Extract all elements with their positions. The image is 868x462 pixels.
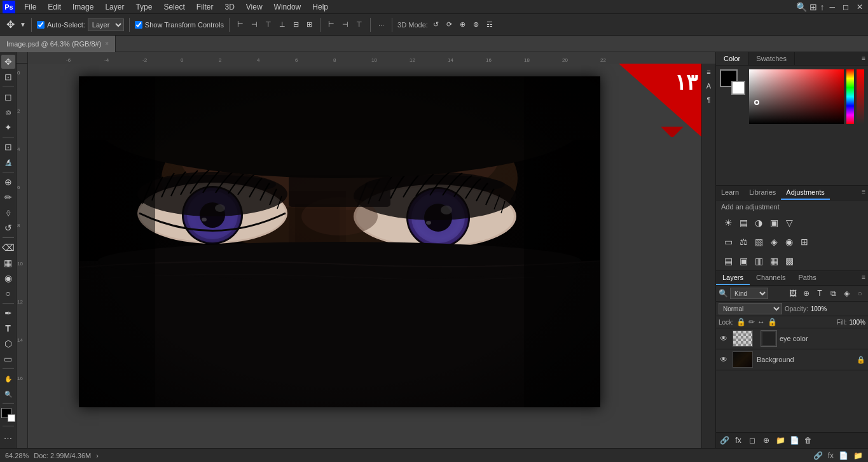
menu-view[interactable]: View (241, 1, 268, 13)
layers-filter-toggle[interactable]: ○ (854, 288, 865, 299)
text-panel-toggle[interactable]: A (703, 80, 715, 92)
align-right-btn[interactable]: ⊤ (263, 19, 274, 30)
folder-icon[interactable]: 📁 (853, 451, 863, 460)
align-bottom-btn[interactable]: ⊞ (304, 19, 315, 30)
rectangular-marquee-tool[interactable]: ◻ (1, 90, 15, 104)
layers-filter-adj-btn[interactable]: ⊕ (801, 288, 812, 299)
dodge-tool[interactable]: ○ (1, 286, 15, 300)
paragraph-panel-toggle[interactable]: ¶ (703, 94, 715, 106)
more-tools-btn[interactable]: … (1, 429, 15, 443)
color-tab[interactable]: Color (716, 52, 748, 65)
libraries-tab[interactable]: Libraries (744, 186, 781, 200)
3d-pan-btn[interactable]: ⊕ (457, 19, 468, 30)
colorbalance-adj-btn[interactable]: ⚖ (736, 235, 750, 249)
zoom-tool[interactable]: 🔍 (1, 387, 15, 401)
layers-filter-smart-btn[interactable]: ◈ (841, 288, 852, 299)
workspace-icon[interactable]: ⊞ (809, 2, 817, 12)
gradientmap-adj-btn[interactable]: ▦ (767, 254, 781, 268)
color-gradient-picker[interactable] (749, 69, 844, 124)
menu-image[interactable]: Image (67, 1, 99, 13)
history-brush-tool[interactable]: ↺ (1, 221, 15, 235)
color-picker-area[interactable] (1, 408, 15, 422)
layers-panel-toggle[interactable]: ≡ (703, 66, 715, 78)
extra-options-btn[interactable]: ··· (376, 20, 387, 30)
swatches-tab[interactable]: Swatches (748, 52, 795, 65)
channelmix-adj-btn[interactable]: ◉ (782, 235, 796, 249)
menu-help[interactable]: Help (307, 1, 333, 13)
layers-kind-select[interactable]: Kind (730, 288, 768, 299)
share-icon[interactable]: ↑ (820, 2, 824, 12)
link-layers-btn[interactable]: 🔗 (719, 435, 730, 446)
layer-eye-color[interactable]: 👁 eye color (716, 328, 868, 349)
exposure-adj-btn[interactable]: ▣ (767, 216, 781, 230)
3d-slide-btn[interactable]: ⊗ (471, 19, 481, 30)
distribute-more-btn[interactable]: ⊤ (354, 19, 365, 30)
blend-mode-select[interactable]: Normal (719, 303, 782, 314)
lock-image-btn[interactable]: ✏ (748, 318, 755, 326)
align-center-btn[interactable]: ⊣ (249, 19, 260, 30)
lasso-tool[interactable]: ⌾ (1, 105, 15, 119)
lock-all-btn[interactable]: 🔒 (768, 318, 777, 326)
levels-adj-btn[interactable]: ▤ (736, 216, 750, 230)
layer-eye-color-visibility[interactable]: 👁 (719, 333, 729, 344)
align-top-btn[interactable]: ⊥ (277, 19, 288, 30)
blur-tool[interactable]: ◉ (1, 271, 15, 285)
move-tool-dropdown[interactable]: ▼ (20, 21, 26, 28)
background-color[interactable] (8, 414, 15, 422)
auto-select-dropdown[interactable]: Layer Group (88, 18, 124, 31)
paths-tab[interactable]: Paths (792, 271, 823, 285)
hand-tool[interactable]: ✋ (1, 372, 15, 386)
new-doc-icon[interactable]: 📄 (839, 451, 848, 460)
brightness-adj-btn[interactable]: ☀ (721, 216, 735, 230)
colorlookup-adj-btn[interactable]: ⊞ (797, 235, 811, 249)
selectivecolor-adj-btn[interactable]: ▩ (782, 254, 796, 268)
type-tool[interactable]: T (1, 321, 15, 335)
layers-filter-type-btn[interactable]: T (814, 288, 825, 299)
object-select-tool[interactable]: ✦ (1, 120, 15, 134)
bw-adj-btn[interactable]: ▧ (752, 235, 766, 249)
opacity-slider[interactable] (857, 69, 864, 124)
lock-transparency-btn[interactable]: 🔒 (736, 318, 746, 326)
brush-tool[interactable]: ✏ (1, 190, 15, 204)
eyedropper-tool[interactable]: 🔬 (1, 155, 15, 169)
show-transform-checkbox[interactable] (135, 21, 142, 29)
hsl-adj-btn[interactable]: ▭ (721, 235, 735, 249)
adjustments-tab[interactable]: Adjustments (781, 186, 830, 200)
gradient-tool[interactable]: ▦ (1, 256, 15, 270)
color-panel-menu[interactable]: ≡ (859, 52, 868, 65)
layers-filter-shape-btn[interactable]: ⧉ (827, 288, 839, 299)
status-arrow[interactable]: › (96, 452, 99, 459)
channels-tab[interactable]: Channels (750, 271, 792, 285)
3d-scale-btn[interactable]: ☶ (484, 19, 495, 30)
lock-position-btn[interactable]: ↔ (757, 318, 765, 326)
3d-rotate-btn[interactable]: ↺ (431, 19, 441, 30)
menu-layer[interactable]: Layer (100, 1, 129, 13)
adjustment-layer-btn[interactable]: ⊕ (761, 435, 772, 446)
layers-filter-pixel-btn[interactable]: 🖼 (787, 288, 799, 299)
align-middle-btn[interactable]: ⊟ (291, 19, 301, 30)
canvas-viewport[interactable]: ۱۳ (28, 64, 701, 448)
align-left-btn[interactable]: ⊢ (235, 19, 246, 30)
close-btn[interactable]: ✕ (854, 3, 865, 11)
vibrance-adj-btn[interactable]: ▽ (782, 216, 796, 230)
opacity-value[interactable]: 100% (811, 305, 827, 312)
invert-adj-btn[interactable]: ▤ (721, 254, 735, 268)
menu-file[interactable]: File (19, 1, 41, 13)
shape-tool[interactable]: ▭ (1, 352, 15, 366)
layer-background[interactable]: 👁 Background 🔒 (716, 349, 868, 370)
document-tab[interactable]: Image.psd @ 64.3% (RGB/8#) × (0, 36, 116, 52)
tab-close-btn[interactable]: × (105, 40, 109, 47)
layers-tab[interactable]: Layers (716, 271, 750, 285)
fx-icon[interactable]: fx (828, 451, 834, 460)
new-group-btn[interactable]: 📁 (775, 435, 786, 446)
auto-select-checkbox[interactable] (37, 21, 45, 29)
search-icon[interactable]: 🔍 (796, 2, 807, 12)
distribute-v-btn[interactable]: ⊣ (340, 19, 351, 30)
background-color-swatch[interactable] (731, 81, 745, 95)
add-style-btn[interactable]: fx (733, 435, 744, 446)
distribute-h-btn[interactable]: ⊢ (326, 19, 337, 30)
3d-roll-btn[interactable]: ⟳ (444, 19, 455, 30)
pen-tool[interactable]: ✒ (1, 306, 15, 320)
menu-select[interactable]: Select (158, 1, 189, 13)
photofil-adj-btn[interactable]: ◈ (767, 235, 781, 249)
